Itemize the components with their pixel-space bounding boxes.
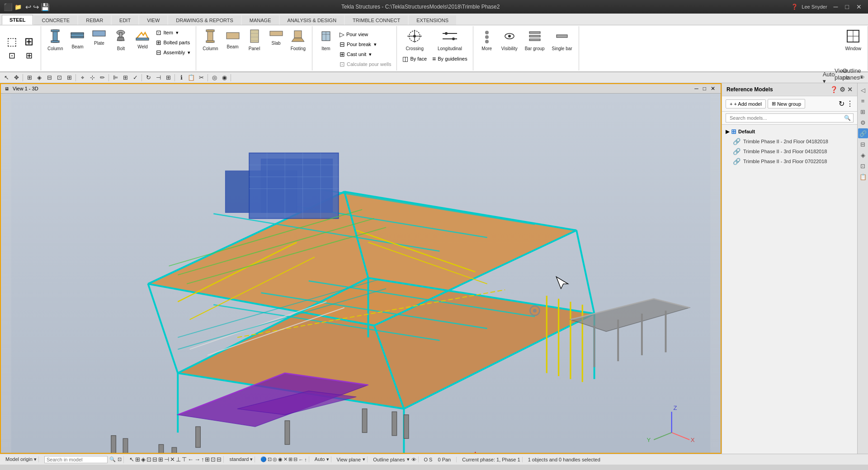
pour-view-btn[interactable]: ▷ Pour view — [338, 30, 393, 39]
by-face-btn[interactable]: ◫ By face — [401, 54, 429, 63]
report-tool[interactable]: 📋 — [187, 73, 196, 82]
model-view[interactable]: X Y Z — [1, 94, 721, 454]
tab-trimble-connect[interactable]: TRIMBLE CONNECT — [345, 15, 408, 25]
mirror-tool[interactable]: ⊣ — [154, 73, 163, 82]
snap-1[interactable]: ↖ — [129, 456, 134, 463]
snap-6[interactable]: ⊞ — [158, 456, 163, 463]
sidebar-properties-btn[interactable]: ≡ — [858, 96, 868, 106]
snap-14[interactable]: ⊞ — [205, 456, 210, 463]
sidebar-filter-btn[interactable]: ⊡ — [858, 161, 868, 171]
move-tool[interactable]: ✥ — [12, 73, 21, 82]
tab-steel[interactable]: STEEL — [2, 15, 33, 25]
snap-extra-3[interactable]: ◉ — [278, 456, 283, 462]
snap-extra-7[interactable]: ← — [298, 457, 303, 462]
snap-all[interactable]: ⊞ — [65, 73, 74, 82]
weld-button[interactable]: Weld — [132, 28, 152, 51]
snap-point[interactable]: ◈ — [35, 73, 44, 82]
cut-tool[interactable]: ✂ — [197, 73, 206, 82]
snap-8[interactable]: ✕ — [170, 456, 175, 463]
view-mode-label[interactable]: standard ▾ — [229, 456, 253, 462]
auto-btn[interactable]: Auto ▾ — [824, 73, 833, 82]
ref-model-item-2[interactable]: 🔗 Trimble Phase II - 3rd Floor 04182018 — [724, 146, 855, 156]
window-button[interactable]: Window — [842, 28, 864, 52]
rotate-tool[interactable]: ↻ — [144, 73, 153, 82]
item-btn[interactable]: Item — [316, 28, 336, 52]
sidebar-gear-btn[interactable]: ⚙ — [858, 118, 868, 127]
concrete-beam-button[interactable]: Beam — [223, 28, 243, 51]
bolt-button[interactable]: Bolt — [111, 28, 131, 52]
panel-close-icon[interactable]: ✕ — [847, 86, 853, 93]
calc-pour-wells-btn[interactable]: ⊡ Calculate pour wells — [338, 60, 393, 69]
help-icon[interactable]: ❓ — [791, 4, 798, 10]
search-icon[interactable]: 🔍 — [109, 456, 116, 462]
sidebar-properties2-btn[interactable]: ⊞ — [858, 107, 868, 117]
snap-line[interactable]: ⊟ — [45, 73, 54, 82]
bolted-parts-btn[interactable]: ⊞ Bolted parts — [154, 38, 192, 47]
tab-extensions[interactable]: EXTENSIONS — [409, 15, 456, 25]
beam-button[interactable]: Beam — [67, 28, 87, 51]
dim-tool[interactable]: ⌖ — [78, 73, 87, 82]
panel-help-icon[interactable]: ❓ — [830, 86, 838, 93]
single-bar-button[interactable]: Single bar — [549, 28, 575, 52]
view-plane-status[interactable]: View plane — [337, 457, 361, 462]
select-mode-btn[interactable]: ⊞ — [21, 51, 37, 61]
add-model-btn[interactable]: + + Add model — [726, 99, 766, 108]
component-tool[interactable]: ⊞ — [121, 73, 130, 82]
measure-tool[interactable]: ⊹ — [88, 73, 97, 82]
search-input[interactable] — [726, 113, 854, 122]
longitudinal-button[interactable]: Longitudinal — [430, 28, 469, 52]
snap-13[interactable]: ↑ — [201, 456, 204, 463]
tab-drawings-reports[interactable]: DRAWINGS & REPORTS — [168, 15, 241, 25]
snap-extra-1[interactable]: ⊡ — [268, 456, 272, 462]
assembly-btn[interactable]: ⊟ Assembly ▾ — [154, 48, 192, 57]
snap-grid[interactable]: ⊞ — [25, 73, 34, 82]
snap-extra-6[interactable]: ⊟ — [293, 456, 297, 462]
plate-button[interactable]: Plate — [89, 28, 109, 47]
refresh-btn[interactable]: ↻ — [839, 99, 844, 108]
tab-rebar[interactable]: REBAR — [78, 15, 111, 25]
item-dropdown-btn[interactable]: ⊡ Item ▾ — [154, 28, 192, 37]
edit-tool[interactable]: ✏ — [98, 73, 107, 82]
snap-mid[interactable]: ⊡ — [55, 73, 64, 82]
snap-extra-4[interactable]: ✕ — [283, 456, 288, 462]
snap-10[interactable]: ⊤ — [182, 456, 187, 463]
snap-12[interactable]: → — [194, 456, 200, 463]
check-tool[interactable]: ✓ — [131, 73, 140, 82]
panel-settings-icon[interactable]: ⚙ — [840, 86, 845, 93]
search-options-icon[interactable]: ⊡ — [118, 456, 122, 462]
sidebar-expand-btn[interactable]: ◁ — [858, 85, 868, 95]
outline-icon[interactable]: 👁 — [411, 457, 416, 462]
search-model-input[interactable] — [44, 456, 108, 463]
tab-analysis-design[interactable]: ANALYSIS & DESIGN — [280, 15, 344, 25]
auto-btn-status[interactable]: Auto ▾ — [315, 456, 329, 462]
panel-expand-btn[interactable]: ⋮ — [846, 99, 854, 108]
inquire-tool[interactable]: ℹ — [177, 73, 186, 82]
snap-15[interactable]: ⊡ — [211, 456, 216, 463]
snap-extra-2[interactable]: ◎ — [273, 456, 277, 462]
visibility-toggle[interactable]: 👁 — [857, 73, 866, 82]
snap-extra-8[interactable]: ↑ — [304, 457, 307, 462]
snap-11[interactable]: ← — [188, 456, 193, 463]
pour-break-btn[interactable]: ⊟ Pour break ▾ — [338, 40, 393, 49]
model-origin-label[interactable]: Model origin ▾ — [5, 456, 37, 462]
viewport-close[interactable]: ✕ — [709, 85, 717, 92]
panel-button[interactable]: Panel — [245, 28, 264, 52]
viewport-restore[interactable]: ─ — [693, 85, 700, 92]
snap-9[interactable]: ⊥ — [176, 456, 181, 463]
footing-button[interactable]: Footing — [288, 28, 308, 52]
ref-model-item-3[interactable]: 🔗 Trimble Phase II - 3rd Floor 07022018 — [724, 156, 855, 166]
sidebar-ref-models-btn[interactable]: 🔗 — [858, 128, 868, 138]
magnet-icon[interactable]: 🔵 — [260, 456, 267, 462]
outline-status[interactable]: Outline planes — [373, 457, 405, 462]
group-header-default[interactable]: ▶ ⊞ Default — [724, 127, 855, 136]
select-filter-btn[interactable]: ⊞ — [21, 35, 37, 49]
sidebar-phase-btn[interactable]: ◈ — [858, 150, 868, 160]
more-button[interactable]: More — [477, 28, 497, 52]
snap-2[interactable]: ⊞ — [135, 456, 140, 463]
close-button[interactable]: ✕ — [854, 2, 864, 11]
sidebar-tasks-btn[interactable]: 📋 — [858, 172, 868, 182]
array-tool[interactable]: ⊞ — [164, 73, 173, 82]
slab-button[interactable]: Slab — [266, 28, 286, 47]
visibility-button[interactable]: Visibility — [499, 28, 520, 52]
select-all-btn[interactable]: ⬚ — [4, 35, 20, 49]
